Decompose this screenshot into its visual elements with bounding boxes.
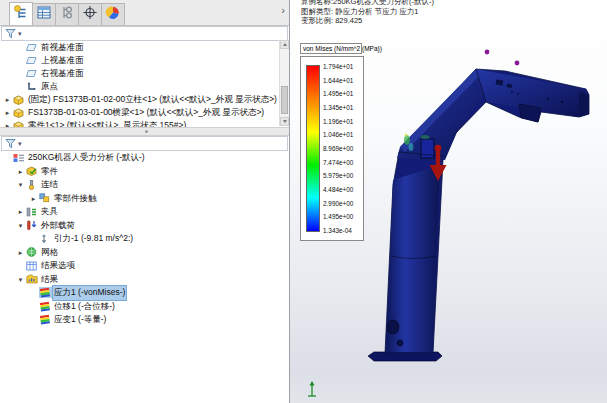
- tree-item[interactable]: ▾外部载荷: [0, 219, 289, 233]
- component-contact-icon: [39, 193, 52, 204]
- tree-item[interactable]: 250KG机器人受力分析 (-默认-): [0, 151, 289, 165]
- filter-dropdown-caret-icon[interactable]: ▾: [18, 140, 22, 148]
- results-folder-icon: [26, 274, 39, 285]
- tree-item[interactable]: 应力1 (-vonMises-): [0, 286, 289, 300]
- tree-item-label: 前视基准面: [39, 41, 86, 54]
- scroll-up-arrow-icon[interactable]: [280, 40, 289, 49]
- tree-item[interactable]: 原点: [0, 80, 289, 93]
- robot-column-model: [290, 0, 607, 403]
- gravity-icon: [39, 233, 52, 244]
- external-loads-icon: [26, 220, 39, 231]
- dimxpertmanager-icon: [82, 5, 98, 24]
- part-icon: [13, 107, 26, 118]
- tree-item-label: 250KG机器人受力分析 (-默认-): [26, 151, 147, 165]
- tree-item[interactable]: ▸零部件接触: [0, 192, 289, 206]
- expand-arrow-icon[interactable]: ▸: [15, 165, 26, 179]
- tree-item[interactable]: ▸零件: [0, 165, 289, 179]
- solidworks-simulation-window: › ▾ 前视基准面上视基准面右视基准面原点▸(固定) FS1373B-01-02…: [0, 0, 607, 403]
- fixtures-icon: [26, 206, 39, 217]
- panel-splitter[interactable]: [0, 127, 289, 136]
- collapse-arrow-icon[interactable]: ▾: [15, 273, 26, 287]
- displacement-plot-icon: [39, 301, 52, 312]
- simulation-study-icon: [13, 152, 26, 163]
- connections-icon: [26, 179, 39, 190]
- tab-dimxpertmanager[interactable]: [78, 3, 102, 25]
- tree-item-label: 连结: [39, 178, 60, 192]
- part-icon: [13, 94, 26, 105]
- tree-item[interactable]: 上视基准面: [0, 54, 289, 67]
- expand-arrow-icon[interactable]: ▸: [2, 119, 13, 127]
- mesh-icon: [26, 247, 39, 258]
- parts-icon: [26, 166, 39, 177]
- tree-item[interactable]: 应变1 (-等量-): [0, 313, 289, 327]
- tree-item[interactable]: ▸FS1373B-01-03-01-00横梁<1> (默认<<默认>_外观 显示…: [0, 106, 289, 119]
- feature-manager-panel: › ▾ 前视基准面上视基准面右视基准面原点▸(固定) FS1373B-01-02…: [0, 0, 290, 403]
- simulation-study-tree: 250KG机器人受力分析 (-默认-)▸零件▾连结▸零部件接触▸夹具▾外部载荷引…: [0, 151, 289, 337]
- featuremanager-tree-icon: [13, 5, 29, 24]
- tree-item-label: FS1373B-01-03-01-00横梁<1> (默认<<默认>_外观 显示状…: [26, 106, 266, 119]
- tab-featuremanager[interactable]: [9, 2, 33, 25]
- tree-item-label: 零件: [39, 165, 60, 179]
- plane-icon: [26, 42, 39, 53]
- tree-item-label: 外部载荷: [39, 219, 77, 233]
- manager-tab-bar: ›: [0, 0, 289, 26]
- tree-item-label: 应力1 (-vonMises-): [52, 285, 127, 301]
- plane-icon: [26, 68, 39, 79]
- origin-triad-icon: [308, 381, 316, 396]
- tree-item[interactable]: ▾连结: [0, 178, 289, 192]
- plane-icon: [26, 55, 39, 66]
- tree-item[interactable]: 位移1 (-合位移-): [0, 300, 289, 314]
- scroll-down-arrow-icon[interactable]: [280, 117, 289, 126]
- expand-arrow-icon[interactable]: ▸: [2, 106, 13, 119]
- feature-tree-scrollbar[interactable]: [279, 40, 289, 126]
- tree-item-label: 右视基准面: [39, 67, 86, 80]
- strain-plot-icon: [39, 314, 52, 325]
- part-icon: [13, 120, 26, 127]
- filter-funnel-icon: [5, 135, 16, 153]
- result-options-icon: [26, 260, 39, 271]
- graphics-viewport[interactable]: 算例名称:250KG机器人受力分析(-默认-) 图解类型: 静应力分析 节应力 …: [290, 0, 607, 403]
- tree-item[interactable]: ▸网格: [0, 246, 289, 260]
- filter-dropdown-caret-icon[interactable]: ▾: [18, 30, 22, 38]
- tree-item[interactable]: ▸零件1<1> (默认<<默认>_显示状态 155#>): [0, 119, 289, 127]
- tree-item-label: 零件1<1> (默认<<默认>_显示状态 155#>): [26, 119, 188, 127]
- tab-configurationmanager[interactable]: [55, 3, 79, 25]
- configurationmanager-icon: [59, 5, 75, 24]
- tree-item[interactable]: 前视基准面: [0, 41, 289, 54]
- tree-item[interactable]: 结果选项: [0, 259, 289, 273]
- tree-item-label: 上视基准面: [39, 54, 86, 67]
- filter-funnel-icon: [5, 25, 16, 43]
- tree-item[interactable]: 右视基准面: [0, 67, 289, 80]
- collapse-arrow-icon[interactable]: ▾: [15, 219, 26, 233]
- stress-plot-icon: [39, 287, 52, 298]
- expand-arrow-icon[interactable]: ▸: [15, 205, 26, 219]
- scrollbar-thumb[interactable]: [281, 86, 288, 114]
- reference-dot-icon: [515, 61, 520, 66]
- expand-arrow-icon[interactable]: ▸: [28, 192, 39, 206]
- tree-item-label: 引力-1 (-9.81 m/s^2:): [52, 232, 135, 246]
- tree-item-label: (固定) FS1373B-01-02-00立柱<1> (默认<<默认>_外观 显…: [26, 93, 279, 106]
- tab-overflow-chevron[interactable]: ›: [281, 4, 285, 16]
- study-tree-filter[interactable]: ▾: [1, 136, 288, 151]
- tree-item-label: 夹具: [39, 205, 60, 219]
- tree-item-label: 结果: [39, 273, 60, 287]
- tab-displaymanager[interactable]: [101, 3, 125, 25]
- displaymanager-icon: [105, 5, 121, 24]
- tree-item[interactable]: ▸夹具: [0, 205, 289, 219]
- tree-item[interactable]: ▸(固定) FS1373B-01-02-00立柱<1> (默认<<默认>_外观 …: [0, 93, 289, 106]
- tree-item[interactable]: ▾结果: [0, 273, 289, 287]
- tree-item[interactable]: 引力-1 (-9.81 m/s^2:): [0, 232, 289, 246]
- tree-item-label: 零部件接触: [52, 192, 99, 206]
- reference-dot-icon: [485, 50, 490, 55]
- tree-item-label: 位移1 (-合位移-): [52, 300, 117, 314]
- expand-arrow-icon[interactable]: ▸: [15, 246, 26, 260]
- feature-manager-tree: 前视基准面上视基准面右视基准面原点▸(固定) FS1373B-01-02-00立…: [0, 41, 289, 127]
- feature-tree-filter[interactable]: ▾: [1, 26, 288, 41]
- expand-arrow-icon[interactable]: ▸: [2, 93, 13, 106]
- collapse-arrow-icon[interactable]: ▾: [15, 178, 26, 192]
- origin-icon: [26, 81, 39, 92]
- propertymanager-icon: [36, 5, 52, 24]
- tree-item-label: 网格: [39, 246, 60, 260]
- tab-propertymanager[interactable]: [32, 3, 56, 25]
- tree-item-label: 结果选项: [39, 259, 77, 273]
